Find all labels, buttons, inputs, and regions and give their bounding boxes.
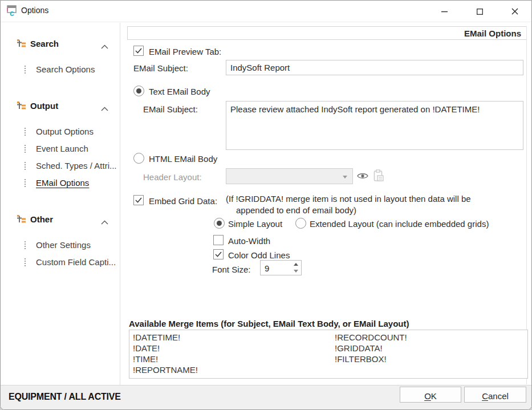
sidebar-item-label: Sched. Types / Attri... (36, 161, 116, 171)
email-subject-label: EMail Subject: (133, 63, 188, 73)
paste-layout-icon[interactable] (373, 169, 384, 185)
merge-item[interactable]: !GRIDDATA! (335, 343, 407, 354)
sidebar-item-sched-types[interactable]: Sched. Types / Attri... (1, 159, 120, 173)
sidebar-item-label: Other Settings (36, 240, 91, 250)
color-odd-lines-checkbox[interactable] (213, 249, 224, 259)
grip-dots-icon (25, 241, 26, 249)
chevron-down-icon (343, 176, 347, 178)
sidebar-item-event-launch[interactable]: Event Launch (1, 141, 120, 156)
embed-grid-data-label: Embed Grid Data: (149, 196, 217, 206)
sidebar-group-other[interactable]: Other (1, 212, 120, 228)
app-icon: c (6, 5, 18, 19)
sidebar-item-email-options[interactable]: EMail Options (1, 176, 120, 190)
embed-grid-note-line2: appended to end of email body) (236, 205, 356, 215)
minimize-button[interactable] (431, 1, 457, 22)
grip-dots-icon (25, 258, 26, 266)
header-layout-dropdown[interactable] (226, 168, 353, 184)
extended-layout-label: Extended Layout (can include embedded gr… (310, 219, 489, 229)
sidebar-group-output[interactable]: Output (1, 98, 120, 114)
text-email-body-radio[interactable] (133, 86, 144, 96)
sidebar-item-label: Search Options (36, 64, 95, 74)
merge-items-heading: Available Merge Items (for Subject, EMai… (129, 319, 409, 328)
options-dialog: c Options (0, 0, 532, 410)
sidebar-group-search[interactable]: Search (1, 36, 120, 52)
body-subject-label: EMail Subject: (143, 104, 198, 114)
auto-width-checkbox[interactable] (213, 235, 224, 245)
email-subject-input[interactable] (226, 60, 523, 75)
auto-width-label: Auto-Width (228, 236, 270, 246)
extended-layout-radio[interactable] (295, 218, 306, 229)
embed-grid-data-checkbox[interactable] (133, 195, 144, 205)
sidebar-group-label: Search (30, 39, 59, 48)
spin-up-button[interactable] (291, 261, 301, 268)
sidebar-item-label: Custom Field Capti... (36, 257, 116, 267)
window-controls (422, 1, 528, 22)
tree-icon (17, 102, 26, 112)
window-title: Options (21, 6, 48, 15)
header-layout-label: Header Layout: (143, 172, 202, 182)
grip-dots-icon (25, 66, 26, 74)
close-button[interactable] (502, 1, 528, 22)
status-text: EQUIPMENT / ALL ACTIVE (9, 392, 121, 402)
merge-item[interactable]: !RECORDCOUNT! (335, 332, 407, 343)
panel-title: EMail Options (127, 26, 527, 40)
font-size-stepper (260, 260, 302, 275)
text-email-body-label: Text EMail Body (149, 87, 210, 96)
simple-layout-label: Simple Layout (228, 219, 282, 229)
sidebar-group-label: Other (30, 214, 53, 224)
merge-item[interactable]: !DATE! (133, 343, 198, 354)
html-email-body-radio[interactable] (133, 153, 144, 164)
tree-icon (17, 215, 26, 226)
merge-item[interactable]: !FILTERBOX! (335, 354, 407, 364)
grip-dots-icon (25, 179, 26, 187)
chevron-up-icon[interactable] (101, 103, 108, 113)
merge-item[interactable]: !DATETIME! (133, 332, 198, 343)
sidebar-item-search-options[interactable]: Search Options (1, 62, 120, 77)
sidebar-item-custom-field-captions[interactable]: Custom Field Capti... (1, 255, 120, 270)
ok-button[interactable]: OK (400, 387, 461, 403)
font-size-input[interactable] (261, 261, 291, 275)
grip-dots-icon (25, 128, 26, 136)
embed-grid-note-line1: (If !GRIDDATA! merge item is not used in… (226, 194, 471, 204)
sidebar-item-label: Output Options (36, 127, 94, 136)
tree-icon (17, 39, 26, 50)
simple-layout-radio[interactable] (214, 218, 225, 229)
font-size-label: Font Size: (212, 265, 251, 274)
maximize-button[interactable] (466, 1, 493, 22)
grip-dots-icon (25, 145, 26, 153)
title-bar: c Options (1, 1, 531, 22)
email-preview-tab-label: EMail Preview Tab: (149, 47, 221, 56)
footer-bar: EQUIPMENT / ALL ACTIVE OK Cancel (1, 385, 531, 409)
svg-text:c: c (10, 9, 14, 17)
spin-down-button[interactable] (291, 268, 301, 275)
preview-eye-icon[interactable] (357, 172, 368, 182)
cancel-button[interactable]: Cancel (464, 387, 526, 403)
sidebar: Search Search Options Output (1, 23, 120, 385)
color-odd-lines-label: Color Odd Lines (228, 250, 290, 260)
email-preview-tab-checkbox[interactable] (133, 46, 144, 56)
chevron-up-icon[interactable] (101, 217, 108, 227)
grip-dots-icon (25, 162, 26, 170)
html-email-body-label: HTML EMail Body (149, 154, 217, 164)
sidebar-item-other-settings[interactable]: Other Settings (1, 238, 120, 253)
chevron-up-icon[interactable] (101, 41, 108, 51)
sidebar-item-label: EMail Options (36, 178, 89, 188)
sidebar-item-output-options[interactable]: Output Options (1, 124, 120, 139)
sidebar-group-label: Output (30, 101, 58, 111)
merge-items-list[interactable]: !DATETIME! !DATE! !TIME! !REPORTNAME! !R… (129, 330, 528, 379)
email-body-textarea[interactable]: Please review attached IndySoft report g… (226, 101, 523, 150)
sidebar-item-label: Event Launch (36, 144, 88, 153)
merge-item[interactable]: !REPORTNAME! (133, 364, 198, 375)
merge-item[interactable]: !TIME! (133, 354, 198, 364)
